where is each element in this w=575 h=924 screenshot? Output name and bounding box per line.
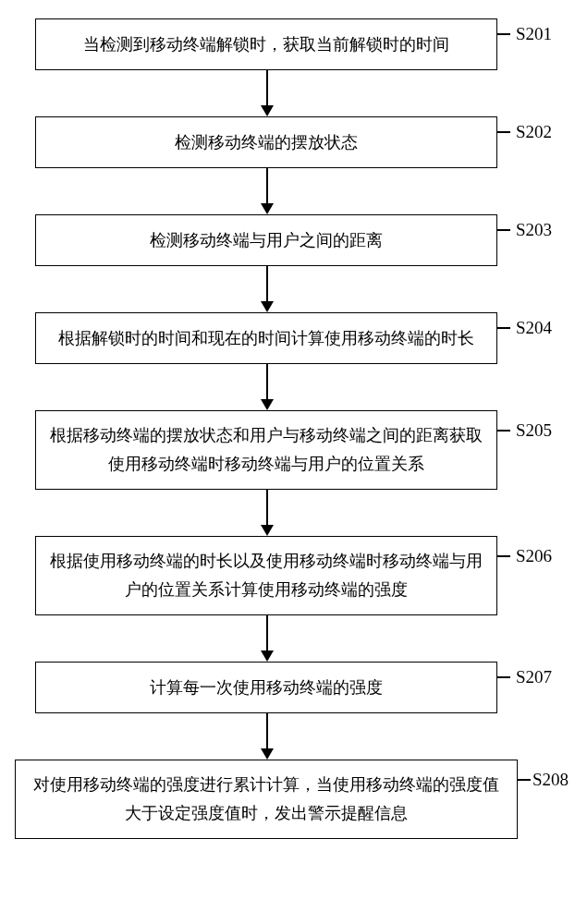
label-tick (497, 131, 510, 133)
step-label-s201: S201 (516, 24, 552, 44)
step-text: 根据移动终端的摆放状态和用户与移动终端之间的距离获取使用移动终端时移动终端与用户… (49, 421, 483, 478)
step-text: 根据使用移动终端的时长以及使用移动终端时移动终端与用户的位置关系计算使用移动终端… (49, 547, 483, 603)
step-text: 检测移动终端与用户之间的距离 (150, 226, 383, 255)
flow-step-s205: 根据移动终端的摆放状态和用户与移动终端之间的距离获取使用移动终端时移动终端与用户… (35, 410, 497, 490)
connector (266, 364, 268, 399)
flow-step-s207: 计算每一次使用移动终端的强度 (35, 662, 497, 713)
arrowhead-icon (261, 650, 274, 662)
step-label-s206: S206 (516, 546, 552, 566)
arrowhead-icon (261, 105, 274, 116)
label-tick (497, 430, 510, 432)
label-tick (497, 33, 510, 35)
step-text: 根据解锁时的时间和现在的时间计算使用移动终端的时长 (58, 324, 474, 353)
connector (266, 70, 268, 105)
flow-step-s201: 当检测到移动终端解锁时，获取当前解锁时的时间 (35, 18, 497, 70)
connector (266, 713, 268, 748)
step-text: 当检测到移动终端解锁时，获取当前解锁时的时间 (83, 30, 449, 59)
label-tick (497, 229, 510, 231)
arrowhead-icon (261, 203, 274, 214)
step-text: 计算每一次使用移动终端的强度 (150, 674, 383, 702)
connector (266, 266, 268, 301)
step-label-s202: S202 (516, 122, 552, 142)
flow-step-s203: 检测移动终端与用户之间的距离 (35, 214, 497, 266)
step-label-s205: S205 (516, 420, 552, 441)
step-label-s204: S204 (516, 318, 552, 338)
step-label-s207: S207 (516, 667, 552, 687)
label-tick (497, 676, 510, 678)
flowchart-container: 当检测到移动终端解锁时，获取当前解锁时的时间 S201 检测移动终端的摆放状态 … (0, 0, 575, 924)
label-tick (497, 555, 510, 557)
flow-step-s202: 检测移动终端的摆放状态 (35, 116, 497, 168)
step-label-s203: S203 (516, 220, 552, 240)
step-text: 对使用移动终端的强度进行累计计算，当使用移动终端的强度值大于设定强度值时，发出警… (29, 771, 504, 827)
flow-step-s206: 根据使用移动终端的时长以及使用移动终端时移动终端与用户的位置关系计算使用移动终端… (35, 536, 497, 615)
step-label-s208: S208 (532, 770, 569, 790)
flow-step-s208: 对使用移动终端的强度进行累计计算，当使用移动终端的强度值大于设定强度值时，发出警… (15, 760, 518, 839)
arrowhead-icon (261, 525, 274, 536)
connector (266, 615, 268, 650)
label-tick (518, 779, 531, 781)
connector (266, 490, 268, 525)
arrowhead-icon (261, 748, 274, 760)
label-tick (497, 327, 510, 329)
arrowhead-icon (261, 301, 274, 312)
arrowhead-icon (261, 399, 274, 410)
step-text: 检测移动终端的摆放状态 (175, 128, 358, 157)
flow-step-s204: 根据解锁时的时间和现在的时间计算使用移动终端的时长 (35, 312, 497, 364)
connector (266, 168, 268, 203)
